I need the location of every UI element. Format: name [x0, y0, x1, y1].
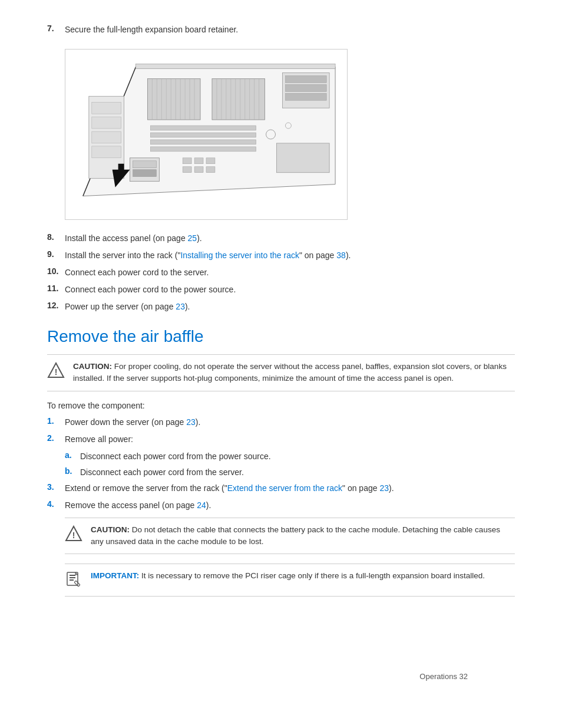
step-12-after: ). [185, 302, 190, 311]
step-9-end: ). [346, 251, 351, 260]
step-b3-num: 3. [47, 482, 65, 492]
step-12-link[interactable]: 23 [176, 302, 185, 311]
svg-rect-8 [92, 146, 121, 158]
svg-rect-9 [147, 78, 200, 120]
footer-text: Operations 32 [419, 672, 468, 681]
step-b3: 3. Extend or remove the server from the … [47, 482, 515, 495]
step-9-text: Install the server into the rack ("Insta… [65, 249, 515, 262]
step-b2-text: Remove all power: [65, 433, 515, 446]
step-b4-before: Remove the access panel (on page [65, 500, 197, 510]
step-b4-link[interactable]: 24 [197, 500, 206, 510]
step-9-link2[interactable]: 38 [336, 251, 346, 260]
svg-rect-46 [183, 158, 191, 164]
step-b2: 2. Remove all power: [47, 433, 515, 446]
svg-rect-42 [133, 170, 157, 177]
sub-step-a-text: Disconnect each power cord from the powe… [80, 450, 515, 463]
caution-1-text: For proper cooling, do not operate the s… [73, 362, 507, 383]
svg-rect-47 [194, 158, 203, 164]
step-11-text: Connect each power cord to the power sou… [65, 284, 515, 296]
step-9-num: 9. [47, 249, 65, 259]
caution-icon-1: ! [47, 362, 66, 381]
svg-text:!: ! [55, 367, 58, 377]
step-9-link[interactable]: Installing the server into the rack [180, 251, 299, 260]
step-8-num: 8. [47, 232, 65, 242]
svg-rect-58 [70, 575, 75, 576]
important-1-content: IMPORTANT: It is necessary to remove the… [91, 570, 515, 582]
step-b1-before: Power down the server (on page [65, 417, 186, 427]
step-b4: 4. Remove the access panel (on page 24). [47, 499, 515, 512]
svg-rect-59 [70, 577, 75, 578]
svg-rect-20 [212, 78, 265, 120]
section-title: Remove the air baffle [47, 327, 515, 346]
step-b3-link2[interactable]: 23 [379, 483, 389, 493]
step-b1-text: Power down the server (on page 23). [65, 416, 515, 429]
step-b4-text: Remove the access panel (on page 24). [65, 499, 515, 512]
sub-step-a: a. Disconnect each power cord from the p… [65, 450, 515, 463]
footer: Operations 32 [419, 672, 468, 681]
svg-rect-7 [92, 131, 121, 143]
sub-step-b-num: b. [65, 466, 80, 476]
svg-rect-38 [285, 93, 326, 100]
step-9-middle: " on page [299, 251, 336, 260]
step-b1-num: 1. [47, 416, 65, 426]
step-b1-link[interactable]: 23 [186, 417, 196, 427]
step-b3-middle: " on page [342, 483, 379, 493]
important-box-1: IMPORTANT: It is necessary to remove the… [65, 564, 515, 597]
step-9: 9. Install the server into the rack ("In… [47, 249, 515, 262]
step-8-text-after: ). [197, 233, 202, 243]
important-1-label: IMPORTANT: [91, 571, 139, 580]
step-10: 10. Connect each power cord to the serve… [47, 266, 515, 279]
server-diagram [65, 49, 348, 220]
step-8: 8. Install the access panel (on page 25)… [47, 232, 515, 245]
step-12-num: 12. [47, 301, 65, 310]
svg-rect-37 [285, 84, 326, 91]
caution-box-2: ! CAUTION: Do not detach the cable that … [65, 518, 515, 555]
svg-rect-41 [133, 161, 157, 168]
step-11: 11. Connect each power cord to the power… [47, 284, 515, 296]
svg-rect-49 [183, 167, 191, 173]
caution-icon-2: ! [65, 525, 84, 544]
svg-rect-5 [92, 102, 121, 114]
caution-2-content: CAUTION: Do not detach the cable that co… [91, 524, 515, 548]
svg-rect-33 [150, 140, 256, 144]
sub-step-b: b. Disconnect each power cord from the s… [65, 466, 515, 479]
svg-rect-6 [92, 117, 121, 129]
step-10-text: Connect each power cord to the server. [65, 266, 515, 279]
step-8-text-before: Install the access panel (on page [65, 233, 188, 243]
step-b4-num: 4. [47, 499, 65, 509]
step-7: 7. Secure the full-length expansion boar… [47, 24, 515, 36]
step-b3-before: Extend or remove the server from the rac… [65, 483, 227, 493]
svg-rect-50 [194, 167, 203, 173]
svg-rect-31 [150, 126, 256, 130]
step-b2-num: 2. [47, 433, 65, 443]
caution-1-content: CAUTION: For proper cooling, do not oper… [73, 361, 515, 385]
step-b3-link[interactable]: Extend the server from the rack [227, 483, 342, 493]
step-b3-text: Extend or remove the server from the rac… [65, 482, 515, 495]
svg-rect-36 [285, 75, 326, 83]
step-12: 12. Power up the server (on page 23). [47, 301, 515, 313]
step-12-text: Power up the server (on page 23). [65, 301, 515, 313]
step-10-num: 10. [47, 266, 65, 276]
svg-rect-60 [70, 579, 74, 581]
caution-2-text: Do not detach the cable that connects th… [91, 525, 500, 546]
step-8-link[interactable]: 25 [188, 233, 197, 243]
step-b3-end: ). [389, 483, 394, 493]
important-icon-1 [65, 571, 84, 590]
svg-rect-32 [150, 133, 256, 137]
svg-rect-48 [206, 158, 215, 164]
sub-step-a-num: a. [65, 450, 80, 460]
step-8-text: Install the access panel (on page 25). [65, 232, 515, 245]
server-board-svg [65, 49, 347, 220]
svg-rect-39 [277, 143, 330, 173]
diagram-placeholder [65, 50, 347, 219]
step-b1: 1. Power down the server (on page 23). [47, 416, 515, 429]
step-b1-after: ). [196, 417, 201, 427]
svg-rect-52 [136, 64, 336, 69]
caution-box-1: ! CAUTION: For proper cooling, do not op… [47, 354, 515, 391]
step-12-before: Power up the server (on page [65, 302, 176, 311]
step-7-num: 7. [47, 24, 65, 33]
step-11-num: 11. [47, 284, 65, 293]
step-b4-after: ). [206, 500, 211, 510]
step-7-text: Secure the full-length expansion board r… [65, 24, 515, 36]
sub-step-b-text: Disconnect each power cord from the serv… [80, 466, 515, 479]
